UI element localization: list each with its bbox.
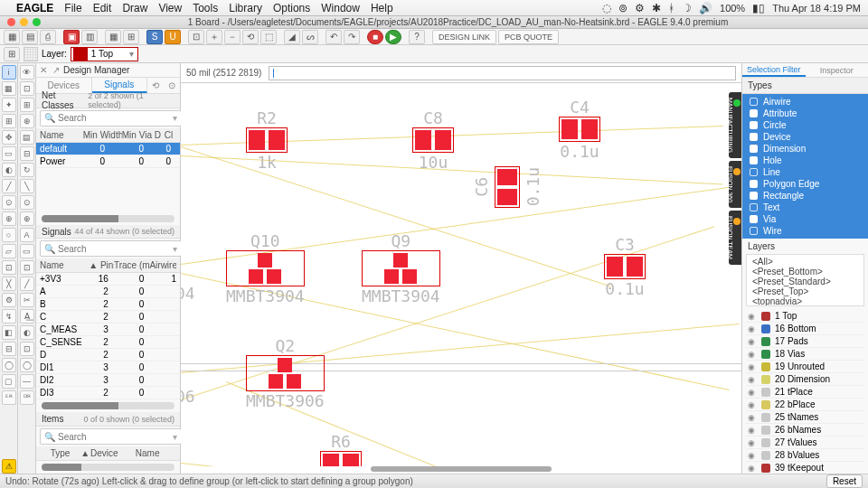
tool[interactable]: ⊙ bbox=[2, 195, 16, 210]
tool[interactable]: ✦ bbox=[2, 98, 16, 112]
tool[interactable]: ▤ bbox=[20, 130, 34, 145]
tool[interactable]: ◯ bbox=[20, 358, 34, 372]
layer-row[interactable]: ◉1 Top bbox=[746, 310, 864, 323]
move-tool[interactable]: ✥ bbox=[2, 130, 16, 145]
component-04[interactable]: 04 bbox=[181, 284, 195, 303]
tool[interactable]: ▦ bbox=[2, 81, 16, 96]
dm-refresh-icon[interactable]: ⟲ bbox=[147, 78, 164, 93]
layer-row[interactable]: ◉19 Unrouted bbox=[746, 361, 864, 373]
tool[interactable]: ◯ bbox=[2, 358, 16, 372]
sch-button[interactable]: ▦ bbox=[105, 30, 121, 44]
nc-scrollbar[interactable] bbox=[42, 215, 175, 222]
tool-button[interactable]: ◢ bbox=[284, 30, 300, 44]
signal-row[interactable]: +3V31601 bbox=[36, 273, 180, 286]
zoom-icon[interactable] bbox=[33, 18, 41, 26]
tool[interactable]: ⊙ bbox=[20, 195, 34, 210]
layer-row[interactable]: ◉26 bNames bbox=[746, 424, 864, 436]
col-cl[interactable]: Cl bbox=[161, 130, 176, 140]
dm-locate-icon[interactable]: ⊙ bbox=[164, 78, 180, 93]
redo-button[interactable]: ↷ bbox=[344, 30, 360, 44]
component-C6[interactable]: C60.1u bbox=[472, 166, 542, 208]
tool[interactable]: ◐ bbox=[20, 325, 34, 340]
tool[interactable]: ▭ bbox=[20, 244, 34, 258]
tool[interactable]: ⊕ bbox=[2, 211, 16, 226]
col-device[interactable]: Device bbox=[90, 448, 136, 458]
col-airwire[interactable]: Airwire bbox=[149, 260, 176, 270]
type-circle[interactable]: Circle bbox=[742, 119, 868, 131]
preset-item[interactable]: <Preset_Top> bbox=[749, 286, 862, 296]
layer-row[interactable]: ◉28 bValues bbox=[746, 449, 864, 462]
type-via[interactable]: Via bbox=[742, 213, 868, 225]
netclass-row[interactable]: Power000 bbox=[36, 155, 180, 168]
tab-selection-filter[interactable]: Selection Filter bbox=[742, 63, 806, 77]
tool[interactable]: ↻ bbox=[20, 163, 34, 177]
component-C4[interactable]: C40.1u bbox=[559, 98, 600, 161]
tool-button[interactable]: ᔕ bbox=[302, 30, 318, 44]
layer-row[interactable]: ◉21 tPlace bbox=[746, 386, 864, 399]
tool[interactable]: ╳ bbox=[2, 277, 16, 291]
layer-row[interactable]: ◉17 Pads bbox=[746, 335, 864, 348]
type-text[interactable]: Text bbox=[742, 202, 868, 213]
type-polygon-edge[interactable]: Polygon Edge bbox=[742, 178, 868, 190]
reset-button[interactable]: Reset bbox=[826, 474, 863, 488]
tool[interactable]: ⊟ bbox=[20, 146, 34, 161]
layer-row[interactable]: ◉16 Bottom bbox=[746, 323, 864, 335]
menu-edit[interactable]: Edit bbox=[93, 2, 112, 14]
signal-row[interactable]: C20 bbox=[36, 311, 180, 324]
tool[interactable]: ╱ bbox=[20, 277, 34, 291]
tool[interactable]: ▢ bbox=[2, 374, 16, 389]
canvas-scrollbar-h[interactable] bbox=[371, 466, 552, 472]
tool[interactable]: ᴰᴿ bbox=[20, 390, 34, 405]
menu-file[interactable]: File bbox=[64, 2, 81, 14]
signal-row[interactable]: C_SENSE20 bbox=[36, 336, 180, 349]
tool[interactable]: ⊡ bbox=[20, 81, 34, 96]
layer-row[interactable]: ◉25 tNames bbox=[746, 411, 864, 424]
menu-window[interactable]: Window bbox=[321, 2, 360, 14]
signals-search[interactable]: 🔍 ▾ bbox=[40, 240, 182, 257]
col-drill[interactable]: Min Via Drill (mil) bbox=[122, 130, 161, 140]
menu-library[interactable]: Library bbox=[229, 2, 262, 14]
go-button[interactable]: ▶ bbox=[385, 30, 401, 44]
tool[interactable]: ✂ bbox=[20, 293, 34, 307]
col-name[interactable]: Name bbox=[40, 130, 83, 140]
signal-row[interactable]: D20 bbox=[36, 349, 180, 361]
col-name[interactable]: Name bbox=[136, 448, 176, 458]
design-link-chip[interactable]: DESIGN LINK bbox=[432, 30, 496, 44]
app-name[interactable]: EAGLE bbox=[16, 2, 53, 14]
tab-signals[interactable]: Signals bbox=[92, 78, 148, 93]
preset-item[interactable]: <topnadvia> bbox=[749, 296, 862, 306]
text-tool[interactable]: A bbox=[20, 228, 34, 242]
col-width[interactable]: Min Width (mil) bbox=[83, 130, 122, 140]
signal-row[interactable]: A20 bbox=[36, 286, 180, 298]
tool[interactable]: ╱ bbox=[2, 179, 16, 193]
layer-row[interactable]: ◉22 bPlace bbox=[746, 399, 864, 411]
info-tool[interactable]: i bbox=[2, 65, 16, 80]
chevron-down-icon[interactable]: ▾ bbox=[173, 244, 177, 254]
items-search[interactable]: 🔍 ▾ bbox=[40, 428, 182, 445]
col-sort[interactable]: ▲ bbox=[80, 448, 90, 458]
tool[interactable]: ▱ bbox=[2, 244, 16, 258]
grid-button[interactable]: ⊞ bbox=[4, 47, 20, 61]
preset-item[interactable]: <Preset_Bottom> bbox=[749, 267, 862, 277]
tool[interactable]: ⊕ bbox=[20, 114, 34, 128]
zoom-fit-button[interactable]: ⊡ bbox=[188, 30, 204, 44]
tool[interactable]: ᴱᴿ bbox=[2, 390, 16, 405]
vtab-fusionteam[interactable]: FUSION TEAM bbox=[729, 211, 741, 265]
zoom-select-button[interactable]: ⬚ bbox=[260, 30, 277, 44]
undo-button[interactable]: ↶ bbox=[326, 30, 342, 44]
tool[interactable]: ○ bbox=[2, 228, 16, 242]
pcb-quote-chip[interactable]: PCB QUOTE bbox=[498, 30, 559, 44]
netclasses-search-input[interactable] bbox=[58, 113, 173, 123]
vtab-manufacturing[interactable]: MANUFACTURING bbox=[729, 92, 741, 158]
tool-button[interactable]: ? bbox=[409, 30, 425, 44]
items-search-input[interactable] bbox=[58, 432, 173, 442]
tool[interactable]: ⊡ bbox=[20, 342, 34, 356]
layer-select[interactable]: 1 Top ▾ bbox=[71, 47, 138, 61]
type-wire[interactable]: Wire bbox=[742, 225, 868, 237]
menu-tools[interactable]: Tools bbox=[193, 2, 218, 14]
component-06[interactable]: 06 bbox=[181, 387, 195, 406]
type-attribute[interactable]: Attribute bbox=[742, 108, 868, 119]
col-pins[interactable]: ▲ Pins bbox=[89, 260, 114, 270]
tool[interactable]: ↯ bbox=[2, 309, 16, 324]
board-canvas[interactable]: MANUFACTURING FUSION 360 FUSION TEAM R21… bbox=[181, 83, 741, 466]
